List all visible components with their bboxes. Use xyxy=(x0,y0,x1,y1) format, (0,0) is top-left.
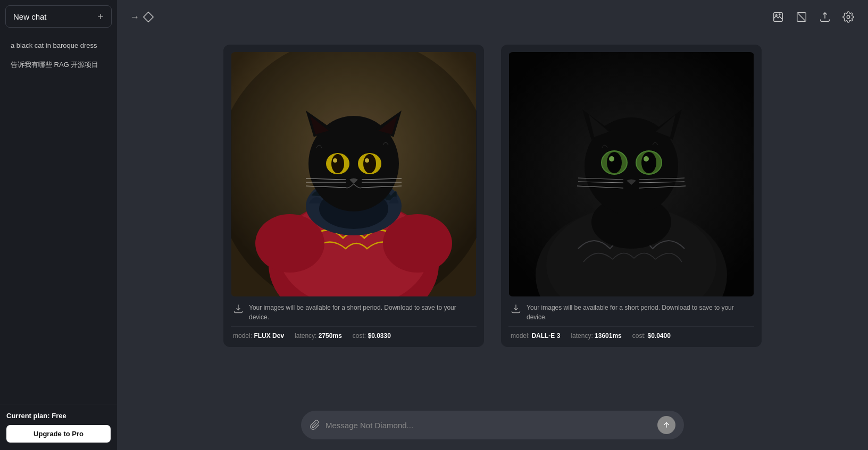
header-icons xyxy=(771,10,855,24)
attach-button[interactable] xyxy=(310,420,320,430)
svg-point-11 xyxy=(255,214,324,273)
svg-point-44 xyxy=(641,152,656,173)
model-left: model: FLUX Dev xyxy=(233,332,284,339)
svg-point-6 xyxy=(847,15,850,19)
history-item-0[interactable]: a black cat in baroque dress xyxy=(5,37,112,54)
svg-point-19 xyxy=(363,154,376,173)
send-button[interactable] xyxy=(657,416,675,434)
latency-right: latency: 13601ms xyxy=(571,332,621,339)
svg-point-21 xyxy=(365,158,369,163)
chat-input-container xyxy=(117,404,868,450)
image-card-left: Your images will be available for a shor… xyxy=(223,45,484,347)
paperclip-icon xyxy=(310,420,320,430)
sidebar: New chat + a black cat in baroque dress … xyxy=(0,0,117,450)
history-item-1[interactable]: 告诉我有哪些 RAG 开源项目 xyxy=(5,56,112,74)
chat-input-wrapper xyxy=(301,411,684,439)
card-download-icon-left[interactable] xyxy=(233,303,244,317)
sidebar-bottom: Current plan: Free Upgrade to Pro xyxy=(0,404,117,450)
upload-icon[interactable] xyxy=(818,10,832,24)
svg-point-18 xyxy=(331,154,344,173)
new-chat-label: New chat xyxy=(13,12,47,21)
cat-image-right xyxy=(508,52,754,296)
settings-icon[interactable] xyxy=(841,10,855,24)
card-info-text-left: Your images will be available for a shor… xyxy=(249,303,474,322)
upgrade-to-pro-button[interactable]: Upgrade to Pro xyxy=(6,425,111,443)
chat-history: a black cat in baroque dress 告诉我有哪些 RAG … xyxy=(0,33,117,404)
latency-left: latency: 2750ms xyxy=(295,332,342,339)
add-image-icon[interactable] xyxy=(771,10,785,24)
svg-point-12 xyxy=(383,214,452,273)
svg-point-20 xyxy=(333,158,337,163)
svg-point-47 xyxy=(609,156,614,162)
app-logo: → xyxy=(130,11,154,23)
cat-image-left xyxy=(231,52,477,296)
cost-left: cost: $0.0330 xyxy=(353,332,391,339)
new-chat-plus-icon: + xyxy=(97,11,104,22)
card-info-left: Your images will be available for a shor… xyxy=(231,296,477,327)
svg-point-1 xyxy=(775,14,777,16)
cost-right: cost: $0.0400 xyxy=(632,332,671,339)
svg-point-43 xyxy=(607,152,622,173)
logo-diamond-icon xyxy=(143,11,154,23)
model-right: model: DALL-E 3 xyxy=(511,332,560,339)
svg-line-4 xyxy=(798,14,805,21)
svg-point-48 xyxy=(644,156,649,162)
card-download-icon-right[interactable] xyxy=(511,303,521,317)
logo-arrow-icon: → xyxy=(130,12,139,23)
send-icon xyxy=(662,421,671,429)
card-meta-right: model: DALL-E 3 latency: 13601ms cost: $… xyxy=(508,332,754,339)
message-input[interactable] xyxy=(326,421,652,430)
header-left: → xyxy=(130,11,154,23)
content-area: Your images will be available for a shor… xyxy=(117,34,868,404)
current-plan-text: Current plan: Free xyxy=(6,412,111,420)
new-chat-button[interactable]: New chat + xyxy=(5,5,112,28)
slash-icon[interactable] xyxy=(795,10,808,24)
card-info-right: Your images will be available for a shor… xyxy=(508,296,754,327)
header: → xyxy=(117,0,868,34)
card-meta-left: model: FLUX Dev latency: 2750ms cost: $0… xyxy=(231,332,477,339)
image-card-right: Your images will be available for a shor… xyxy=(501,45,762,347)
card-info-text-right: Your images will be available for a shor… xyxy=(527,303,752,322)
main-content: → xyxy=(117,0,868,450)
